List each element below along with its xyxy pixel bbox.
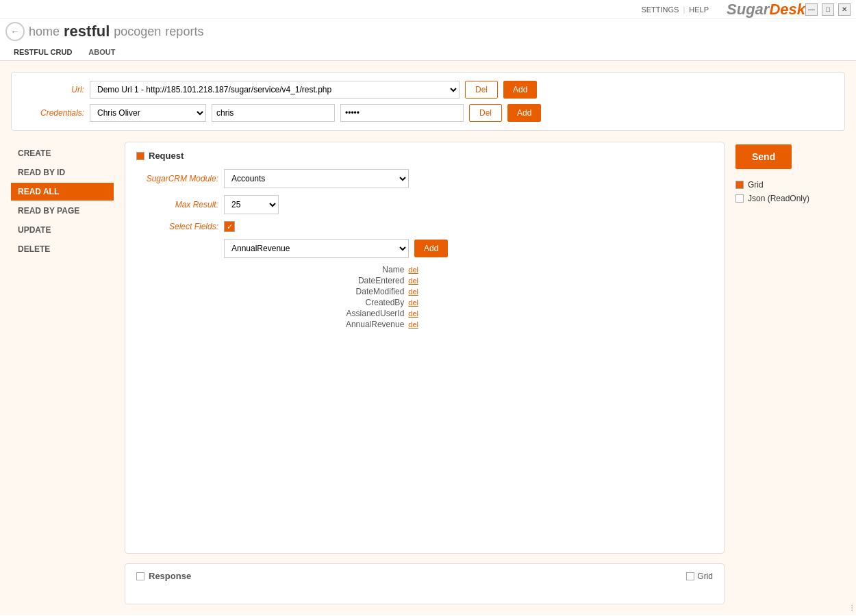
field-row-name: Name del (227, 265, 418, 274)
fields-list: Name del DateEntered del DateModified de… (227, 265, 713, 329)
send-button[interactable]: Send (735, 144, 792, 169)
field-datemodified-label: DateModified (227, 287, 404, 296)
nav-reports[interactable]: reports (165, 25, 203, 39)
sidebar: CREATE READ BY ID READ ALL READ BY PAGE … (11, 142, 114, 604)
url-row: Url: Demo Url 1 - http://185.101.218.187… (23, 81, 833, 99)
title-bar: SETTINGS | HELP SugarDesk — □ ✕ (0, 0, 856, 19)
select-fields-row: Select Fields: ✓ (136, 221, 713, 232)
logo: SugarDesk (727, 1, 805, 18)
logo-sugar: Sugar (727, 1, 769, 18)
view-options-panel: Grid Json (ReadOnly) (735, 177, 845, 207)
request-panel: Request SugarCRM Module: Accounts Max Re… (125, 142, 725, 554)
field-datemodified-del[interactable]: del (408, 287, 418, 296)
nav-home[interactable]: home (29, 25, 60, 39)
nav-pocogen[interactable]: pocogen (114, 25, 161, 39)
add-field-button[interactable]: Add (414, 240, 448, 257)
field-annualrevenue-del[interactable]: del (408, 320, 418, 329)
max-result-select[interactable]: 25 (224, 195, 279, 214)
restore-button[interactable]: □ (822, 3, 834, 16)
content-area: CREATE READ BY ID READ ALL READ BY PAGE … (11, 142, 845, 604)
field-dateentered-del[interactable]: del (408, 277, 418, 285)
resize-handle[interactable]: ⁝ (851, 602, 853, 613)
field-name-label: Name (227, 265, 404, 274)
select-fields-label: Select Fields: (136, 222, 218, 231)
select-fields-checkbox[interactable]: ✓ (224, 221, 235, 232)
json-radio[interactable] (735, 194, 744, 203)
response-title: Response (136, 571, 191, 581)
field-row-datemodified: DateModified del (227, 287, 418, 296)
close-button[interactable]: ✕ (838, 3, 851, 16)
main-nav: ← home restful pocogen reports (0, 19, 856, 44)
response-grid-check: Grid (686, 572, 713, 581)
password-input[interactable] (340, 104, 464, 122)
cred-add-button[interactable]: Add (507, 104, 541, 122)
right-section: Send Grid Json (ReadOnly) (735, 142, 845, 604)
top-settings-nav: SETTINGS | HELP SugarDesk (641, 1, 805, 18)
field-assigneduserid-del[interactable]: del (408, 309, 418, 318)
field-annualrevenue-label: AnnualRevenue (227, 320, 404, 329)
nav-restful[interactable]: restful (64, 23, 110, 40)
sidebar-item-update[interactable]: UPDATE (11, 221, 114, 239)
credentials-row: Credentials: Chris Oliver Del Add (23, 104, 833, 122)
max-result-label: Max Result: (136, 200, 218, 209)
subnav-about[interactable]: ABOUT (86, 47, 118, 57)
config-section: Url: Demo Url 1 - http://185.101.218.187… (11, 72, 845, 131)
sub-nav: RESTFUL CRUD ABOUT (0, 44, 856, 61)
field-row-assigneduserid: AssianedUserId del (227, 309, 418, 318)
response-grid-label: Grid (697, 572, 713, 581)
module-select[interactable]: Accounts (224, 169, 409, 188)
back-button[interactable]: ← (5, 22, 25, 41)
url-label: Url: (23, 85, 84, 94)
json-label: Json (ReadOnly) (748, 194, 809, 203)
response-checkbox[interactable] (136, 572, 144, 580)
request-checkbox[interactable] (136, 152, 144, 160)
module-row: SugarCRM Module: Accounts (136, 169, 713, 188)
url-del-button[interactable]: Del (465, 81, 498, 99)
window-controls: — □ ✕ (805, 3, 851, 16)
request-title-label: Request (149, 151, 184, 161)
credentials-label: Credentials: (23, 108, 84, 118)
main-container: Url: Demo Url 1 - http://185.101.218.187… (0, 61, 856, 615)
response-header: Response Grid (136, 571, 713, 581)
sidebar-item-read-by-id[interactable]: READ BY ID (11, 164, 114, 181)
field-row-annualrevenue: AnnualRevenue del (227, 320, 418, 329)
field-row-createdby: CreatedBy del (227, 298, 418, 307)
nav-left: ← home restful pocogen reports (5, 22, 203, 41)
grid-option-row: Grid (735, 180, 845, 190)
grid-label: Grid (748, 180, 764, 190)
field-dateentered-label: DateEntered (227, 276, 404, 285)
field-createdby-label: CreatedBy (227, 298, 404, 307)
minimize-button[interactable]: — (805, 3, 818, 16)
response-grid-checkbox[interactable] (686, 572, 694, 580)
max-result-row: Max Result: 25 (136, 195, 713, 214)
json-option-row: Json (ReadOnly) (735, 194, 845, 203)
module-label: SugarCRM Module: (136, 174, 218, 183)
response-title-label: Response (149, 571, 191, 581)
help-link[interactable]: HELP (689, 5, 709, 14)
url-add-button[interactable]: Add (503, 81, 537, 99)
cred-del-button[interactable]: Del (469, 104, 502, 122)
logo-desk: Desk (769, 1, 805, 18)
subnav-restful-crud[interactable]: RESTFUL CRUD (11, 47, 75, 57)
response-panel: Response Grid (125, 563, 725, 604)
grid-radio[interactable] (735, 181, 744, 189)
credential-select[interactable]: Chris Oliver (90, 104, 206, 122)
field-createdby-del[interactable]: del (408, 298, 418, 307)
field-selector-select[interactable]: AnnualRevenue (224, 239, 409, 258)
settings-link[interactable]: SETTINGS (641, 5, 679, 14)
sidebar-item-create[interactable]: CREATE (11, 144, 114, 162)
field-row-dateentered: DateEntered del (227, 276, 418, 285)
username-input[interactable] (212, 104, 335, 122)
sidebar-item-delete[interactable]: DELETE (11, 240, 114, 258)
url-select[interactable]: Demo Url 1 - http://185.101.218.187/suga… (90, 81, 460, 99)
field-name-del[interactable]: del (408, 266, 418, 274)
field-assigneduserid-label: AssianedUserId (227, 309, 404, 318)
sidebar-item-read-by-page[interactable]: READ BY PAGE (11, 202, 114, 220)
request-title: Request (136, 151, 713, 161)
sidebar-item-read-all[interactable]: READ ALL (11, 183, 114, 201)
field-selector-row: AnnualRevenue Add (136, 239, 713, 258)
